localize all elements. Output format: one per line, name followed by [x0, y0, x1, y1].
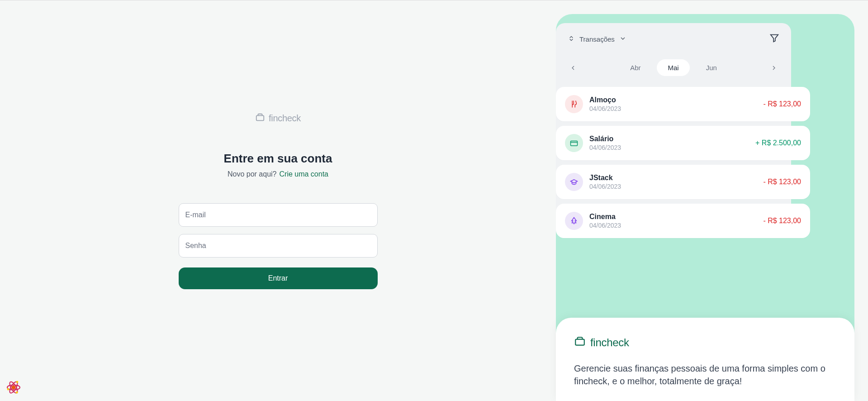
login-heading: Entre em sua conta — [224, 152, 332, 166]
transaction-date: 04/06/2023 — [589, 222, 621, 229]
transaction-date: 04/06/2023 — [589, 183, 621, 190]
transaction-amount: - R$ 123,00 — [763, 217, 801, 225]
create-account-link[interactable]: Crie uma conta — [280, 170, 329, 178]
food-icon — [565, 95, 583, 113]
transaction-name: Cinema — [589, 213, 621, 221]
prev-month-button[interactable] — [568, 62, 579, 73]
promo-text: Gerencie suas finanças pessoais de uma f… — [574, 362, 836, 387]
preview-header: Transações — [556, 23, 791, 55]
month-current[interactable]: Mai — [657, 59, 689, 76]
transaction-date: 04/06/2023 — [589, 105, 621, 112]
month-prev[interactable]: Abr — [619, 59, 651, 76]
next-month-button[interactable] — [768, 62, 779, 73]
transaction-left: Cinema 04/06/2023 — [565, 212, 621, 230]
chevron-down-icon — [619, 35, 626, 43]
month-next[interactable]: Jun — [695, 59, 728, 76]
transaction-row[interactable]: JStack 04/06/2023 - R$ 123,00 — [556, 165, 810, 199]
transaction-row[interactable]: Salário 04/06/2023 + R$ 2.500,00 — [556, 126, 810, 160]
transactions-dropdown[interactable]: Transações — [568, 35, 626, 43]
transaction-left: Almoço 04/06/2023 — [565, 95, 621, 113]
login-subtext-row: Novo por aqui? Crie uma conta — [228, 170, 328, 178]
brand-name-large: fincheck — [590, 336, 629, 349]
transaction-name: Almoço — [589, 96, 621, 104]
logo-small: fincheck — [255, 113, 301, 124]
preview-panel: Transações — [556, 14, 854, 401]
transaction-amount: + R$ 2.500,00 — [755, 139, 801, 147]
svg-rect-0 — [571, 141, 578, 146]
tree-icon — [565, 212, 583, 230]
login-panel: fincheck Entre em sua conta Novo por aqu… — [0, 0, 556, 401]
email-field[interactable] — [179, 203, 378, 227]
swap-icon — [568, 35, 575, 43]
transaction-info: Almoço 04/06/2023 — [589, 96, 621, 112]
month-selector: Abr Mai Jun — [556, 55, 791, 87]
wallet-icon — [255, 113, 265, 124]
transaction-info: Cinema 04/06/2023 — [589, 213, 621, 229]
login-subtext: Novo por aqui? — [228, 170, 277, 178]
logo-large: fincheck — [574, 336, 836, 349]
transaction-row[interactable]: Almoço 04/06/2023 - R$ 123,00 — [556, 87, 810, 121]
transaction-amount: - R$ 123,00 — [763, 100, 801, 108]
svg-point-4 — [16, 391, 18, 394]
password-field[interactable] — [179, 234, 378, 258]
login-button[interactable]: Entrar — [179, 267, 378, 289]
svg-point-6 — [16, 381, 19, 383]
transaction-row[interactable]: Cinema 04/06/2023 - R$ 123,00 — [556, 204, 810, 238]
filter-icon[interactable] — [769, 33, 779, 45]
wallet-icon — [574, 336, 586, 349]
transaction-amount: - R$ 123,00 — [763, 178, 801, 186]
transaction-info: Salário 04/06/2023 — [589, 135, 621, 151]
promo-card: fincheck Gerencie suas finanças pessoais… — [556, 318, 854, 401]
months-list: Abr Mai Jun — [619, 59, 728, 76]
transaction-left: JStack 04/06/2023 — [565, 173, 621, 191]
education-icon — [565, 173, 583, 191]
transaction-list: Almoço 04/06/2023 - R$ 123,00 — [556, 87, 791, 238]
transaction-name: JStack — [589, 174, 621, 182]
react-query-devtools-icon[interactable] — [5, 378, 23, 396]
transaction-left: Salário 04/06/2023 — [565, 134, 621, 152]
login-form: Entrar — [179, 203, 378, 289]
svg-point-5 — [7, 388, 9, 391]
transactions-label: Transações — [579, 35, 615, 43]
transaction-date: 04/06/2023 — [589, 144, 621, 151]
brand-name: fincheck — [269, 113, 301, 124]
card-icon — [565, 134, 583, 152]
transactions-preview: Transações — [556, 23, 791, 238]
transaction-info: JStack 04/06/2023 — [589, 174, 621, 190]
transaction-name: Salário — [589, 135, 621, 143]
